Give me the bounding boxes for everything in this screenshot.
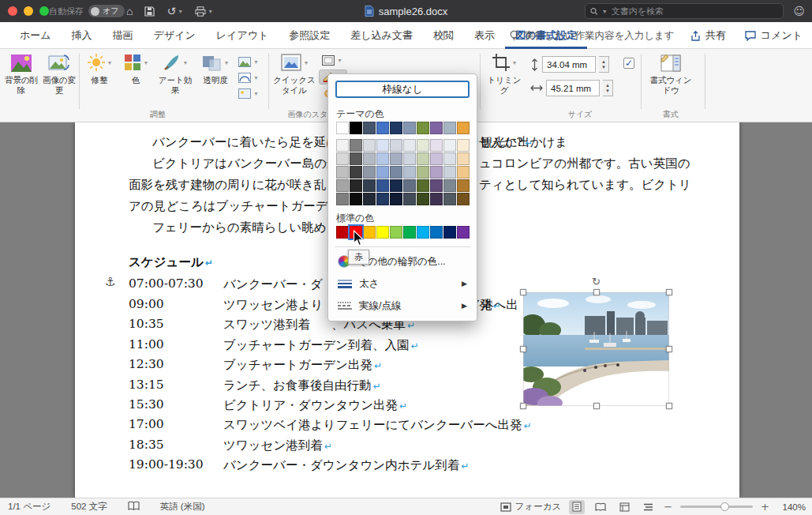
line-weight-item[interactable]: 太さ ▶	[331, 273, 473, 294]
tab-view[interactable]: 表示	[464, 22, 505, 49]
theme-tint-swatch[interactable]	[350, 193, 362, 205]
reset-picture-button[interactable]: ▼	[235, 71, 262, 85]
theme-tint-swatch[interactable]	[376, 179, 389, 192]
tab-layout[interactable]: レイアウト	[206, 22, 279, 49]
change-picture-button[interactable]: 画像の変更	[41, 51, 77, 95]
language-indicator[interactable]: 英語 (米国)	[160, 501, 205, 513]
theme-tint-swatch[interactable]	[443, 139, 456, 152]
resize-handle-s[interactable]	[593, 403, 600, 409]
save-icon[interactable]	[144, 6, 155, 17]
format-pane-button[interactable]: 書式ウィンドウ	[647, 51, 694, 95]
standard-color-swatch[interactable]	[417, 226, 429, 239]
standard-color-swatch[interactable]	[336, 226, 349, 239]
outline-view-button[interactable]	[640, 500, 656, 514]
theme-tint-swatch[interactable]	[376, 139, 389, 152]
theme-tint-swatch[interactable]	[417, 166, 429, 179]
theme-tint-swatch[interactable]	[363, 166, 376, 179]
standard-color-swatch[interactable]	[430, 226, 443, 239]
theme-color-swatch[interactable]	[430, 122, 443, 134]
zoom-window-button[interactable]	[39, 6, 49, 16]
standard-color-swatch[interactable]	[376, 226, 389, 239]
theme-tint-swatch[interactable]	[403, 139, 416, 152]
theme-tint-swatch[interactable]	[390, 166, 402, 179]
compress-picture-button[interactable]: ▼	[235, 55, 262, 69]
transparency-button[interactable]: ▼ 透明度	[197, 51, 234, 85]
resize-handle-nw[interactable]	[520, 289, 526, 295]
theme-color-swatch[interactable]	[390, 122, 402, 134]
theme-tint-swatch[interactable]	[430, 152, 443, 165]
theme-tint-swatch[interactable]	[350, 152, 362, 165]
artistic-effects-button[interactable]: ▼ アート効果	[155, 51, 196, 95]
theme-tint-swatch[interactable]	[430, 193, 443, 205]
close-window-button[interactable]	[8, 6, 17, 16]
theme-color-swatch[interactable]	[417, 122, 429, 134]
theme-color-swatch[interactable]	[403, 122, 416, 134]
tab-home[interactable]: ホーム	[9, 22, 62, 49]
print-layout-view-button[interactable]	[569, 500, 585, 514]
standard-color-swatch[interactable]	[363, 226, 376, 239]
theme-tint-swatch[interactable]	[443, 166, 456, 179]
theme-tint-swatch[interactable]	[363, 152, 376, 165]
theme-tint-swatch[interactable]	[430, 166, 443, 179]
theme-tint-swatch[interactable]	[363, 139, 376, 152]
theme-color-swatch[interactable]	[376, 122, 389, 134]
theme-tint-swatch[interactable]	[376, 152, 389, 165]
comments-button[interactable]: コメント	[745, 28, 803, 43]
theme-tint-swatch[interactable]	[336, 166, 349, 179]
resize-handle-n[interactable]	[593, 289, 600, 295]
theme-tint-swatch[interactable]	[390, 179, 402, 192]
theme-color-swatch[interactable]	[363, 122, 376, 134]
theme-tint-swatch[interactable]	[457, 139, 470, 152]
width-stepper[interactable]: ▲▼	[603, 80, 613, 96]
picture-color-button[interactable]: ▼ 色	[118, 51, 153, 85]
zoom-in-button[interactable]: +	[761, 501, 769, 513]
resize-handle-sw[interactable]	[520, 403, 526, 409]
theme-tint-swatch[interactable]	[350, 166, 362, 179]
autosave-toggle[interactable]: オフ	[88, 5, 125, 17]
page-count[interactable]: 1/1 ページ	[8, 501, 51, 513]
theme-tint-swatch[interactable]	[363, 179, 376, 192]
zoom-out-button[interactable]: −	[664, 501, 672, 513]
minimize-window-button[interactable]	[24, 6, 33, 16]
theme-tint-swatch[interactable]	[443, 193, 456, 205]
home-icon[interactable]: ⌂	[126, 6, 133, 17]
theme-tint-swatch[interactable]	[350, 179, 362, 192]
crop-button[interactable]: ▼ トリミング	[485, 51, 524, 95]
theme-tint-swatch[interactable]	[443, 152, 456, 165]
tab-design[interactable]: デザイン	[144, 22, 206, 49]
theme-tint-swatch[interactable]	[417, 152, 429, 165]
theme-tint-swatch[interactable]	[390, 152, 402, 165]
theme-tint-swatch[interactable]	[403, 166, 416, 179]
read-mode-view-button[interactable]	[593, 500, 608, 514]
search-scope-chevron-icon[interactable]: ▼	[602, 9, 608, 14]
word-count[interactable]: 502 文字	[71, 501, 107, 513]
share-button[interactable]: 共有	[690, 28, 726, 43]
theme-tint-swatch[interactable]	[457, 152, 470, 165]
corrections-button[interactable]: ▼ 修整	[82, 51, 117, 85]
theme-tint-swatch[interactable]	[417, 179, 429, 192]
theme-tint-swatch[interactable]	[350, 139, 362, 152]
resize-handle-w[interactable]	[520, 346, 526, 352]
theme-tint-swatch[interactable]	[336, 152, 349, 165]
no-outline-button[interactable]: 枠線なし	[335, 81, 470, 98]
zoom-slider[interactable]	[680, 506, 753, 508]
picture-layout-button[interactable]: ▼	[235, 87, 262, 100]
theme-tint-swatch[interactable]	[336, 193, 349, 205]
tell-me-box[interactable]: 実行したい作業内容を入力します	[509, 22, 675, 49]
resize-handle-se[interactable]	[666, 403, 672, 409]
theme-tint-swatch[interactable]	[390, 193, 402, 205]
theme-tint-swatch[interactable]	[376, 166, 389, 179]
theme-tint-swatch[interactable]	[336, 139, 349, 152]
theme-tint-swatch[interactable]	[457, 166, 470, 179]
theme-tint-swatch[interactable]	[417, 193, 429, 205]
theme-color-swatch[interactable]	[350, 122, 362, 134]
shape-height-field[interactable]	[542, 56, 596, 73]
feedback-smiley-icon[interactable]: ☺	[793, 5, 805, 17]
standard-color-swatch[interactable]	[457, 226, 470, 239]
dash-style-item[interactable]: 実線/点線 ▶	[331, 295, 473, 316]
height-stepper[interactable]: ▲▼	[599, 56, 609, 73]
standard-color-swatch[interactable]	[443, 226, 456, 239]
selected-picture[interactable]: ↻	[523, 292, 669, 406]
theme-tint-swatch[interactable]	[403, 193, 416, 205]
tab-mailings[interactable]: 差し込み文書	[340, 22, 423, 49]
